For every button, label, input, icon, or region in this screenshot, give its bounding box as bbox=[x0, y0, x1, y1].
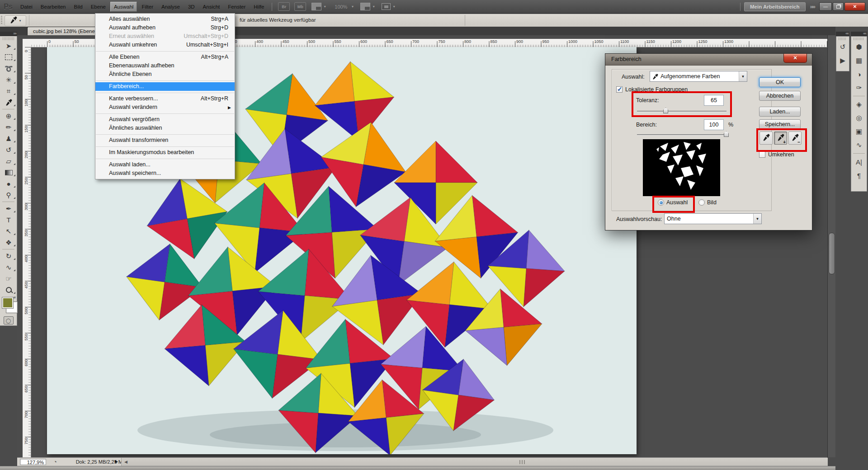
menu-item-auswahl-umkehren[interactable]: Auswahl umkehrenUmschalt+Strg+I bbox=[95, 41, 235, 49]
range-slider[interactable] bbox=[637, 134, 728, 135]
quick-selection-tool[interactable]: ✳ bbox=[0, 74, 17, 85]
selection-dropdown[interactable]: Aufgenommene Farben ▼ bbox=[650, 71, 747, 82]
selection-preview-dropdown[interactable]: Ohne ▼ bbox=[664, 213, 762, 224]
add-eyedropper-button[interactable]: + bbox=[774, 132, 787, 145]
range-field[interactable]: 100 bbox=[704, 119, 724, 130]
menu-filter[interactable]: Filter bbox=[138, 2, 157, 12]
spot-healing-tool[interactable]: ⊕ bbox=[0, 110, 17, 122]
workspace-overflow-chevron[interactable]: »» bbox=[810, 3, 815, 10]
menu-item-auswahl-transformieren[interactable]: Auswahl transformieren bbox=[95, 136, 235, 145]
eyedropper-tool[interactable] bbox=[0, 97, 17, 108]
eyedropper-button[interactable] bbox=[760, 132, 773, 145]
custom-shape-tool[interactable]: ❖ bbox=[0, 237, 17, 248]
zoom-level-control[interactable]: 100% ▼ bbox=[333, 4, 354, 9]
ok-button[interactable]: OK bbox=[759, 77, 801, 87]
menu-item-auswahl-verändern[interactable]: Auswahl verändern▶ bbox=[95, 103, 235, 112]
restore-button[interactable] bbox=[833, 2, 844, 11]
preview-image-radio[interactable] bbox=[698, 199, 705, 206]
panel-channels-icon[interactable]: ◎ bbox=[851, 111, 867, 125]
brush-tool[interactable]: ✏ bbox=[0, 122, 17, 133]
menu-item-auswahl-vergrößern[interactable]: Auswahl vergrößern bbox=[95, 115, 235, 124]
toolbar-collapse-chevron[interactable]: »» bbox=[0, 32, 17, 36]
menu-analyse[interactable]: Analyse bbox=[158, 2, 184, 12]
status-flyout-arrow[interactable]: ▶ bbox=[115, 459, 118, 464]
minimize-button[interactable]: — bbox=[819, 2, 832, 11]
tolerance-slider[interactable] bbox=[637, 111, 726, 112]
hand-tool[interactable]: ☞ bbox=[0, 273, 17, 284]
menu-auswahl[interactable]: Auswahl bbox=[110, 2, 137, 12]
menu-item-auswahl-laden[interactable]: Auswahl laden... bbox=[95, 160, 235, 169]
gradient-tool[interactable] bbox=[0, 167, 17, 178]
panel-color-icon[interactable]: ⬢ bbox=[851, 40, 867, 54]
menu-item-erneut-auswählen[interactable]: Erneut auswählenUmschalt+Strg+D bbox=[95, 32, 235, 41]
horizontal-scrollbar-grip[interactable] bbox=[519, 460, 526, 464]
launch-br-icon[interactable]: Br bbox=[278, 2, 290, 11]
menu-item-alles-auswählen[interactable]: Alles auswählenStrg+A bbox=[95, 15, 235, 24]
dock-collapse-chevron[interactable]: «« bbox=[851, 32, 867, 36]
toolbar-grip[interactable] bbox=[3, 37, 14, 40]
menu-fenster[interactable]: Fenster bbox=[224, 2, 249, 12]
menu-bearbeiten[interactable]: Bearbeiten bbox=[37, 2, 70, 12]
zoom-tool[interactable] bbox=[0, 284, 17, 296]
history-brush-tool[interactable]: ↺ bbox=[0, 144, 17, 155]
menu-item-kante-verbessern[interactable]: Kante verbessern...Alt+Strg+R bbox=[95, 94, 235, 103]
menu-item-ebenenauswahl-aufheben[interactable]: Ebenenauswahl aufheben bbox=[95, 61, 235, 70]
lasso-tool[interactable]: ➰ bbox=[0, 63, 17, 74]
menu-item-farbbereich[interactable]: Farbbereich... bbox=[95, 82, 235, 91]
status-zoom-field[interactable]: 127,9% bbox=[20, 459, 46, 465]
menu-3d[interactable]: 3D bbox=[184, 2, 198, 12]
panel-swatches-icon[interactable]: ▦ bbox=[851, 54, 867, 67]
tolerance-field[interactable]: 65 bbox=[704, 95, 724, 106]
menu-item-auswahl-aufheben[interactable]: Auswahl aufhebenStrg+D bbox=[95, 24, 235, 32]
menu-hilfe[interactable]: Hilfe bbox=[250, 2, 268, 12]
invert-checkbox[interactable] bbox=[759, 151, 765, 158]
crop-tool[interactable]: ⌗ bbox=[0, 85, 17, 97]
scroll-left-arrow[interactable]: ◀ bbox=[124, 460, 127, 464]
swap-colors-icon[interactable]: ⇄ bbox=[13, 296, 16, 300]
quick-mask-button[interactable]: ◯ bbox=[4, 316, 14, 324]
subtract-eyedropper-button[interactable]: − bbox=[788, 132, 802, 145]
menu-ansicht[interactable]: Ansicht bbox=[199, 2, 224, 12]
dodge-tool[interactable]: ⚲ bbox=[0, 189, 17, 201]
menu-item-ähnliche-ebenen[interactable]: Ähnliche Ebenen bbox=[95, 70, 235, 79]
path-selection-tool[interactable]: ↖ bbox=[0, 226, 17, 237]
panel-layers-icon[interactable]: ◈ bbox=[851, 98, 867, 111]
status-clock-icon[interactable]: ◔ bbox=[50, 458, 61, 465]
launch-mb-icon[interactable]: Mb bbox=[294, 2, 306, 11]
eraser-tool[interactable]: ▱ bbox=[0, 155, 17, 167]
load-button[interactable]: Laden... bbox=[759, 107, 801, 117]
options-bar-grip[interactable] bbox=[1, 16, 2, 25]
localized-groups-checkbox[interactable] bbox=[616, 86, 623, 93]
panel-history-icon[interactable]: ↺ bbox=[836, 40, 849, 54]
dialog-close-button[interactable]: ✕ bbox=[783, 54, 807, 63]
panel-masks-icon[interactable]: ▣ bbox=[851, 125, 867, 138]
panel-styles-icon[interactable]: ✑ bbox=[851, 81, 867, 94]
menu-item-im-maskierungsmodus-bearbeiten[interactable]: Im Maskierungsmodus bearbeiten bbox=[95, 148, 235, 157]
type-tool[interactable]: T bbox=[0, 214, 17, 226]
menu-datei[interactable]: Datei bbox=[17, 2, 36, 12]
dock-collapse-chevron[interactable]: «« bbox=[836, 32, 849, 36]
save-button[interactable]: Speichern... bbox=[759, 119, 801, 129]
move-tool[interactable]: ➤ bbox=[0, 40, 17, 52]
panel-paths-icon[interactable]: ∿ bbox=[851, 138, 867, 152]
panel-paragraph-icon[interactable]: ¶ bbox=[851, 169, 867, 182]
cancel-button[interactable]: Abbrechen bbox=[759, 91, 801, 101]
menu-item-alle-ebenen[interactable]: Alle EbenenAlt+Strg+A bbox=[95, 53, 235, 61]
foreground-color-swatch[interactable] bbox=[2, 297, 13, 308]
blur-tool[interactable]: ● bbox=[0, 178, 17, 189]
vertical-scrollbar[interactable] bbox=[827, 35, 835, 457]
arrange-documents-button[interactable]: ▼ bbox=[360, 3, 375, 10]
view-extras-button[interactable]: ▼ bbox=[311, 3, 326, 10]
menu-ebene[interactable]: Ebene bbox=[87, 2, 109, 12]
close-button[interactable]: ✕ bbox=[844, 2, 865, 11]
menu-item-ähnliches-auswählen[interactable]: Ähnliches auswählen bbox=[95, 124, 235, 132]
workspace-button[interactable]: Mein Arbeitsbereich bbox=[744, 2, 806, 11]
preview-selection-radio[interactable] bbox=[658, 199, 664, 206]
clone-stamp-tool[interactable]: ♟ bbox=[0, 133, 17, 144]
panel-character-icon[interactable]: A| bbox=[851, 155, 867, 169]
3d-rotate-tool[interactable]: ↻ bbox=[0, 250, 17, 262]
current-tool-button[interactable]: ▾ bbox=[5, 15, 26, 26]
menu-item-auswahl-speichern[interactable]: Auswahl speichern... bbox=[95, 169, 235, 178]
3d-orbit-tool[interactable]: ∿ bbox=[0, 262, 17, 273]
rectangular-marquee-tool[interactable] bbox=[0, 52, 17, 63]
